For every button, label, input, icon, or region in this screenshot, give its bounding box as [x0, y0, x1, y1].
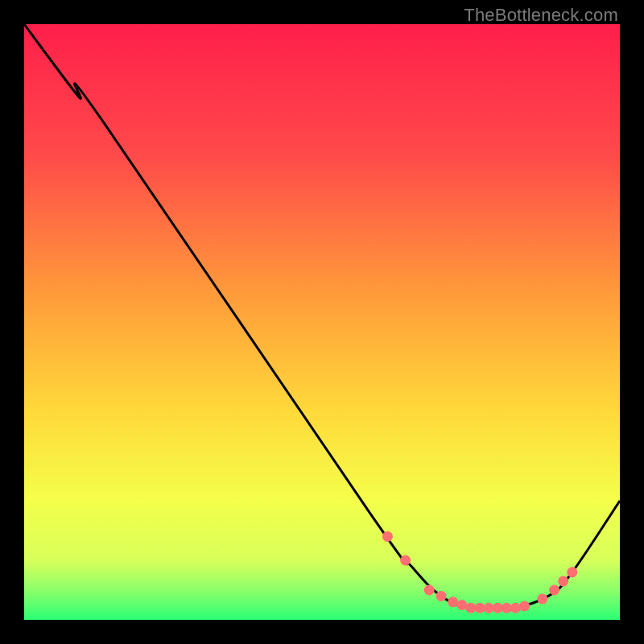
watermark-text: TheBottleneck.com [464, 5, 618, 26]
chart-marker-point [484, 603, 494, 613]
chart-marker-point [448, 597, 458, 607]
chart-marker-point [510, 603, 521, 613]
chart-marker-point [549, 585, 559, 596]
chart-marker-point [558, 576, 568, 586]
chart-plot-area [24, 24, 620, 620]
chart-marker-point [424, 585, 435, 596]
chart-marker-point [382, 531, 393, 542]
chart-marker-point [456, 600, 467, 610]
chart-marker-point [567, 567, 577, 577]
chart-background-gradient [24, 24, 620, 620]
chart-marker-point [519, 601, 530, 611]
chart-marker-point [493, 603, 503, 613]
chart-marker-point [466, 603, 477, 613]
chart-marker-point [537, 594, 547, 605]
chart-svg [24, 24, 620, 620]
chart-marker-point [502, 603, 512, 613]
chart-marker-point [475, 603, 485, 613]
chart-marker-point [436, 591, 447, 601]
chart-marker-point [400, 555, 411, 566]
